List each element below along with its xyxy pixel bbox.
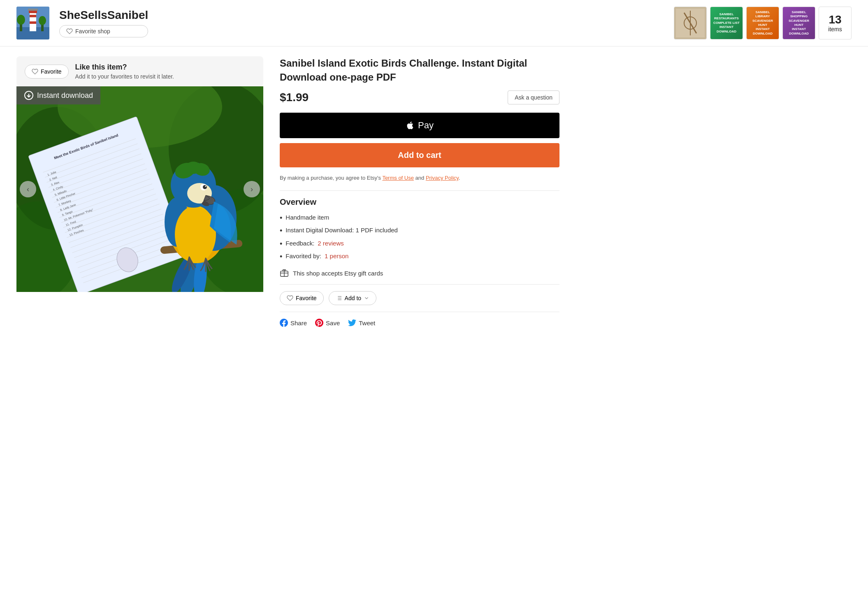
overview-item-3-text: Feedback: xyxy=(285,240,314,247)
shop-name: SheSellsSanibel xyxy=(59,9,148,22)
favorite-bar-title: Like this item? xyxy=(75,63,174,72)
overview-list: Handmade item Instant Digital Download: … xyxy=(280,212,559,264)
facebook-share-button[interactable]: Share xyxy=(280,319,307,327)
thumb-3-text: SANIBEL LIBRARYSCAVENGER HUNTINSTANT DOW… xyxy=(748,10,777,36)
thumbnail-1[interactable] xyxy=(674,7,707,39)
left-column: Favorite Like this item? Add it to your … xyxy=(16,56,263,327)
pinterest-icon xyxy=(315,319,323,327)
gift-card-text: This shop accepts Etsy gift cards xyxy=(293,270,383,277)
add-to-cart-label: Add to cart xyxy=(398,150,441,160)
pinterest-save-label: Save xyxy=(326,320,340,326)
thumbnail-4[interactable]: SANIBEL SHOPPINGSCAVENGER HUNTINSTANT DO… xyxy=(782,7,815,39)
svg-rect-5 xyxy=(30,15,36,17)
left-arrow-icon: ‹ xyxy=(27,185,29,194)
favorite-bar-subtitle: Add it to your favorites to revisit it l… xyxy=(75,73,174,80)
svg-rect-4 xyxy=(28,9,38,11)
heart-icon xyxy=(287,295,293,301)
overview-item-1: Handmade item xyxy=(280,212,559,225)
privacy-policy-link[interactable]: Privacy Policy xyxy=(426,175,459,181)
overview-item-2-text: Instant Digital Download: 1 PDF included xyxy=(285,227,398,234)
overview-item-4-text: Favorited by: xyxy=(285,252,321,259)
next-image-button[interactable]: › xyxy=(244,181,260,197)
favorite-product-label: Favorite xyxy=(296,295,317,301)
favorite-shop-button[interactable]: Favorite shop xyxy=(59,25,148,37)
shop-thumbnails: SANIBEL RESTAURANTSCOMPLETE LISTINSTANT … xyxy=(674,7,852,39)
heart-icon xyxy=(66,28,73,35)
favorited-by-link[interactable]: 1 person xyxy=(325,252,348,259)
heart-icon xyxy=(32,68,38,75)
action-row: Favorite Add to xyxy=(280,291,559,305)
overview-item-4: Favorited by: 1 person xyxy=(280,250,559,264)
favorite-shop-label: Favorite shop xyxy=(75,28,110,35)
overview-item-1-text: Handmade item xyxy=(285,214,329,221)
ask-question-label: Ask a question xyxy=(515,94,552,101)
overview-item-2: Instant Digital Download: 1 PDF included xyxy=(280,225,559,238)
svg-point-75 xyxy=(203,185,207,189)
instant-download-label: Instant download xyxy=(37,91,93,100)
twitter-tweet-label: Tweet xyxy=(359,320,375,326)
product-image: Meet the Exotic Birds of Sanibel Island xyxy=(16,86,263,292)
add-to-cart-button[interactable]: Add to cart xyxy=(280,143,559,167)
svg-rect-2 xyxy=(30,11,36,31)
shop-name-area: SheSellsSanibel Favorite shop xyxy=(59,9,148,37)
shop-logo xyxy=(16,7,49,39)
thumbnail-2[interactable]: SANIBEL RESTAURANTSCOMPLETE LISTINSTANT … xyxy=(710,7,743,39)
product-price: $1.99 xyxy=(280,91,309,104)
header: SheSellsSanibel Favorite shop SANIBEL RE… xyxy=(0,0,868,46)
thumb-2-text: SANIBEL RESTAURANTSCOMPLETE LISTINSTANT … xyxy=(712,12,741,34)
terms-text: By making a purchase, you agree to Etsy'… xyxy=(280,174,559,182)
prev-image-button[interactable]: ‹ xyxy=(20,181,36,197)
product-image-svg: Meet the Exotic Birds of Sanibel Island xyxy=(16,86,263,292)
svg-rect-6 xyxy=(30,21,36,24)
favorite-item-button[interactable]: Favorite xyxy=(25,65,69,79)
facebook-share-label: Share xyxy=(290,320,307,326)
svg-point-8 xyxy=(17,15,25,25)
price-row: $1.99 Ask a question xyxy=(280,90,559,104)
list-icon xyxy=(336,295,342,301)
thumb-4-text: SANIBEL SHOPPINGSCAVENGER HUNTINSTANT DO… xyxy=(784,10,813,36)
favorite-bar-text: Like this item? Add it to your favorites… xyxy=(75,63,174,80)
apple-pay-label: Pay xyxy=(418,120,434,131)
twitter-tweet-button[interactable]: Tweet xyxy=(348,319,375,327)
svg-point-10 xyxy=(39,16,46,25)
ask-question-button[interactable]: Ask a question xyxy=(508,90,559,104)
favorite-bar: Favorite Like this item? Add it to your … xyxy=(16,56,263,86)
add-to-label: Add to xyxy=(345,295,361,301)
product-image-container: Instant download ‹ xyxy=(16,86,263,292)
items-number: 13 xyxy=(829,14,841,26)
apple-logo-icon xyxy=(406,121,415,130)
items-label: items xyxy=(828,26,842,32)
pinterest-save-button[interactable]: Save xyxy=(315,319,340,327)
divider-1 xyxy=(280,190,559,191)
favorite-product-button[interactable]: Favorite xyxy=(280,291,324,305)
gift-card-icon xyxy=(280,269,289,278)
thumbnail-3[interactable]: SANIBEL LIBRARYSCAVENGER HUNTINSTANT DOW… xyxy=(746,7,779,39)
chevron-down-icon xyxy=(364,295,369,301)
thumb-image-1 xyxy=(676,9,705,37)
overview-item-3: Feedback: 2 reviews xyxy=(280,238,559,251)
twitter-icon xyxy=(348,319,356,327)
right-arrow-icon: › xyxy=(251,185,253,194)
gift-card-row: This shop accepts Etsy gift cards xyxy=(280,269,559,278)
items-count-box: 13 items xyxy=(819,7,852,39)
share-row: Share Save Tweet xyxy=(280,312,559,327)
favorite-bar-btn-label: Favorite xyxy=(41,68,62,75)
add-to-button[interactable]: Add to xyxy=(329,291,376,305)
facebook-icon xyxy=(280,319,288,327)
apple-pay-button[interactable]: Pay xyxy=(280,113,559,138)
main-content: Favorite Like this item? Add it to your … xyxy=(0,46,576,337)
divider-2 xyxy=(280,284,559,285)
right-column: Sanibel Island Exotic Birds Challenge. I… xyxy=(280,56,559,327)
instant-download-badge: Instant download xyxy=(16,86,100,104)
overview-title: Overview xyxy=(280,197,559,207)
reviews-link[interactable]: 2 reviews xyxy=(318,240,343,247)
product-title: Sanibel Island Exotic Birds Challenge. I… xyxy=(280,56,559,84)
svg-point-76 xyxy=(205,186,207,187)
download-icon xyxy=(24,90,34,100)
terms-of-use-link[interactable]: Terms of Use xyxy=(382,175,414,181)
svg-point-71 xyxy=(175,206,216,263)
